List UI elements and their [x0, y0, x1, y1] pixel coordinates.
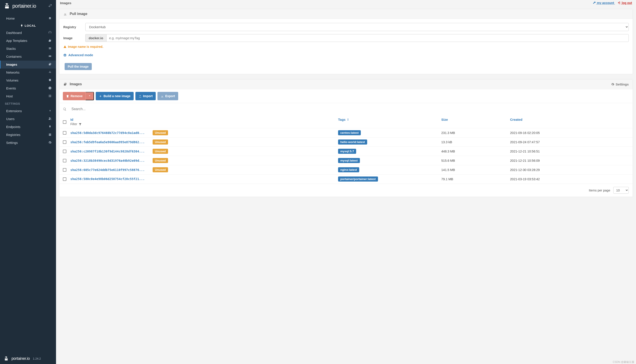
- cell-id: sha256:3218b38490cec8d31976a40b92e09d...…: [59, 156, 335, 165]
- remove-dropdown-button[interactable]: [86, 92, 94, 100]
- host-icon: [48, 94, 52, 98]
- image-prefix: docker.io: [85, 34, 106, 42]
- sidebar-item-settings[interactable]: Settings: [0, 139, 56, 147]
- select-all-checkbox[interactable]: [63, 120, 66, 124]
- search-input[interactable]: [69, 105, 629, 113]
- sidebar-item-label: Endpoints: [6, 125, 21, 129]
- image-id-link[interactable]: sha256:3218b38490cec8d31976a40b92e09d...: [70, 159, 145, 162]
- filter-label: Filter: [70, 122, 77, 126]
- swap-icon[interactable]: [48, 4, 52, 8]
- table-row: sha256:605c77e624ddb75e6110f997c58876...…: [59, 165, 633, 174]
- sidebar-item-label: App Templates: [6, 39, 27, 42]
- import-label: Import: [143, 94, 153, 98]
- settings-icon: [48, 141, 52, 145]
- import-button[interactable]: Import: [135, 92, 156, 100]
- sidebar-item-networks[interactable]: Networks: [0, 68, 56, 76]
- image-id-link[interactable]: sha256:580c0e4e98b06d258754cf28c55f21...: [70, 177, 145, 181]
- logout-link[interactable]: log out: [617, 1, 632, 5]
- sidebar-item-registries[interactable]: Registries: [0, 131, 56, 139]
- row-checkbox[interactable]: [63, 168, 66, 172]
- filter-icon: [79, 122, 82, 126]
- my-account-link[interactable]: my account: [593, 1, 615, 5]
- tags-label: Tags: [338, 118, 346, 122]
- row-checkbox[interactable]: [63, 140, 66, 144]
- row-checkbox[interactable]: [63, 177, 66, 181]
- items-per-page-select[interactable]: 10: [613, 187, 629, 194]
- image-id-link[interactable]: sha256:5d0da3dc976460b72c77d94c8a1ad0...: [70, 131, 145, 135]
- containers-icon: [48, 55, 52, 58]
- endpoints-icon: [48, 125, 52, 129]
- table-settings-button[interactable]: Settings: [611, 82, 629, 86]
- unused-badge: Unused: [153, 140, 168, 144]
- row-checkbox[interactable]: [63, 150, 66, 153]
- sidebar-item-images[interactable]: Images: [0, 60, 56, 68]
- gear-icon: [611, 83, 614, 86]
- export-button[interactable]: Export: [157, 92, 178, 100]
- sidebar-item-users[interactable]: Users: [0, 115, 56, 123]
- registry-row: Registry DockerHub: [63, 23, 629, 31]
- unused-badge: Unused: [153, 158, 168, 163]
- topbar: Images my account log out: [56, 0, 636, 9]
- cell-created: 2021-12-21 10:56:09: [507, 156, 633, 165]
- search-icon: [63, 107, 67, 111]
- row-checkbox[interactable]: [63, 131, 66, 135]
- remove-label: Remove: [71, 94, 83, 98]
- cell-id: sha256:580c0e4e98b06d258754cf28c55f21...: [59, 174, 335, 184]
- sidebar-item-label: Registries: [6, 133, 20, 136]
- dashboard-icon: [48, 31, 52, 35]
- header-tags[interactable]: Tags: [335, 116, 438, 128]
- sidebar-item-endpoints[interactable]: Endpoints: [0, 123, 56, 131]
- cell-size: 515.6 MB: [438, 156, 507, 165]
- table-row: sha256:580c0e4e98b06d258754cf28c55f21...…: [59, 174, 633, 184]
- build-label: Build a new image: [103, 94, 130, 98]
- cell-id: sha256:feb5d9fea6a5e9606aa995e879d862...…: [59, 138, 335, 147]
- pull-image-button[interactable]: Pull the image: [65, 63, 92, 70]
- sidebar-item-stacks[interactable]: Stacks: [0, 45, 56, 53]
- image-required-warning: Image name is required.: [63, 45, 629, 48]
- sidebar-item-dashboard[interactable]: Dashboard: [0, 29, 56, 37]
- tag-badge[interactable]: nginx:latest: [338, 167, 359, 172]
- tag-badge[interactable]: hello-world:latest: [338, 140, 367, 144]
- logo[interactable]: portainer.io: [4, 2, 36, 10]
- advanced-mode-link[interactable]: Advanced mode: [63, 53, 629, 57]
- volumes-icon: [48, 78, 52, 82]
- row-checkbox[interactable]: [63, 159, 66, 162]
- sidebar-item-label: Dashboard: [6, 31, 22, 34]
- images-toolbar: Remove Build a new image Import Export: [59, 89, 633, 103]
- image-input[interactable]: [106, 34, 629, 42]
- tag-badge[interactable]: portainer/portainer:latest: [338, 176, 378, 182]
- remove-button[interactable]: Remove: [63, 92, 86, 100]
- image-id-link[interactable]: sha256:605c77e624ddb75e6110f997c58876...: [70, 168, 145, 172]
- filter-toggle[interactable]: Filter: [70, 122, 82, 126]
- registry-select[interactable]: DockerHub: [85, 23, 629, 31]
- pull-panel-title: Pull image: [70, 12, 87, 16]
- sidebar-item-app-templates[interactable]: App Templates: [0, 37, 56, 45]
- header-created[interactable]: Created: [507, 116, 633, 128]
- image-id-link[interactable]: sha256:feb5d9fea6a5e9606aa995e879d862...: [70, 140, 145, 144]
- build-image-button[interactable]: Build a new image: [96, 92, 133, 100]
- image-id-link[interactable]: sha256:c20987f18b130f9d144c9828df6304...: [70, 150, 145, 153]
- trash-icon: [66, 94, 69, 98]
- stacks-icon: [48, 47, 52, 51]
- image-row: Image docker.io: [63, 34, 629, 42]
- pull-button-label: Pull the image: [68, 65, 89, 68]
- sidebar-item-label: Home: [6, 17, 15, 20]
- download-icon: [63, 12, 67, 16]
- cell-id: sha256:605c77e624ddb75e6110f997c58876...…: [59, 165, 335, 174]
- sidebar-item-host[interactable]: Host: [0, 92, 56, 100]
- globe-icon: [63, 54, 67, 57]
- search-row: [59, 103, 633, 116]
- sidebar-item-extensions[interactable]: Extensions: [0, 107, 56, 115]
- sidebar-item-volumes[interactable]: Volumes: [0, 76, 56, 84]
- sidebar-item-events[interactable]: Events: [0, 84, 56, 92]
- sidebar-footer: portainer.io 1.24.2: [0, 353, 56, 364]
- sort-id[interactable]: Id: [70, 118, 73, 122]
- tag-badge[interactable]: mysql:latest: [338, 158, 360, 163]
- sidebar-item-containers[interactable]: Containers: [0, 53, 56, 60]
- header-size[interactable]: Size: [438, 116, 507, 128]
- tag-badge[interactable]: centos:latest: [338, 130, 361, 135]
- images-icon: [48, 62, 52, 66]
- tag-badge[interactable]: mysql:5.7: [338, 149, 356, 154]
- upload-icon: [139, 94, 142, 98]
- sidebar-item-home[interactable]: Home: [0, 14, 56, 22]
